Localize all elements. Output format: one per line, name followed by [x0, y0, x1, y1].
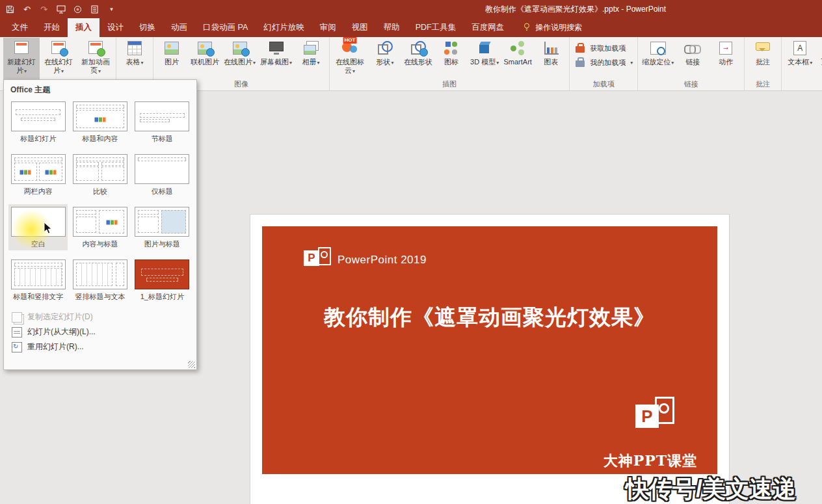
online-pictures-button[interactable]: 联机图片 — [189, 38, 221, 79]
layout-blank[interactable]: 空白 — [8, 204, 68, 250]
online-slide-button[interactable]: 在线幻灯片▾ — [40, 38, 77, 79]
layout-label: 标题和竖排文字 — [13, 292, 63, 302]
slide-canvas[interactable]: P PowerPoint 2019 教你制作《遮罩动画聚光灯效果》 P 大神PP… — [250, 215, 729, 504]
tab-transitions[interactable]: 切换 — [131, 18, 163, 37]
layout-label: 竖排标题与文本 — [75, 292, 125, 302]
table-button[interactable]: 表格▾ — [118, 38, 151, 79]
screenshot-button[interactable]: 屏幕截图▾ — [258, 38, 294, 79]
text-box-button[interactable]: 文本框▾ — [784, 38, 816, 79]
get-addins-button[interactable]: 获取加载项 — [574, 43, 633, 53]
thumb-placeholder — [14, 163, 37, 180]
layout-thumbnail — [73, 259, 127, 289]
tab-insert[interactable]: 插入 — [68, 18, 99, 37]
zoom-link-button[interactable]: 缩放定位▾ — [640, 38, 676, 79]
icons-button[interactable]: 图标 — [435, 38, 468, 79]
action-button[interactable]: 动作 — [709, 38, 742, 79]
layout-title-only[interactable]: 仅标题 — [133, 152, 192, 198]
layout-title-vertical-text[interactable]: 标题和竖排文字 — [8, 257, 68, 303]
save-icon[interactable] — [5, 5, 15, 14]
record-icon[interactable] — [73, 5, 83, 14]
layout-title-slide[interactable]: 标题幻灯片 — [8, 99, 68, 145]
photo-album-button[interactable]: 相册▾ — [295, 38, 327, 79]
tab-design[interactable]: 设计 — [99, 18, 131, 37]
panel-resize-grip[interactable] — [188, 361, 195, 368]
layout-thumbnail — [135, 101, 189, 131]
office-theme-layout-panel: Office 主题 标题幻灯片 标题和内容 — [3, 79, 197, 370]
redo-icon[interactable]: ↷ — [39, 5, 49, 14]
tab-slideshow[interactable]: 幻灯片放映 — [256, 18, 312, 37]
chart-button[interactable]: 图表 — [535, 38, 567, 79]
undo-icon[interactable]: ↶ — [22, 5, 32, 14]
layout-label: 标题幻灯片 — [20, 134, 56, 144]
menu-duplicate-selected-slides: 复制选定幻灯片(D) — [4, 310, 196, 325]
my-addins-icon — [574, 57, 586, 68]
online-shapes-button[interactable]: 在线形状 — [402, 38, 434, 79]
customize-quick-access-icon[interactable]: ▾ — [107, 5, 116, 14]
layout-label: 空白 — [31, 239, 46, 249]
button-label: 文本框 — [788, 58, 809, 66]
tab-pdf-tools[interactable]: PDF工具集 — [408, 18, 464, 37]
tab-help[interactable]: 帮助 — [376, 18, 408, 37]
button-label: 屏幕截图 — [260, 58, 289, 66]
content-icons — [106, 220, 117, 225]
menu-slides-from-outline[interactable]: 幻灯片(从大纲)(L)... — [4, 325, 196, 339]
button-label: 动作 — [719, 58, 733, 66]
layout-content-with-caption[interactable]: 内容与标题 — [70, 204, 129, 250]
button-label: 我的加载项 — [590, 58, 626, 68]
picture-icon — [163, 40, 181, 57]
3d-models-button[interactable]: 3D 模型▾ — [468, 38, 501, 79]
layout-thumbnail — [135, 207, 189, 237]
layout-vertical-title-and-text[interactable]: 竖排标题与文本 — [70, 257, 129, 303]
online-icon-cloud-button[interactable]: HOT 在线图标云▾ — [332, 38, 368, 79]
thumb-placeholder — [16, 109, 60, 115]
layout-thumbnail — [11, 101, 66, 131]
web-pictures-button[interactable]: 在线图片▾ — [222, 38, 258, 79]
tab-baidu-netdisk[interactable]: 百度网盘 — [464, 18, 512, 37]
header-footer-button[interactable]: 页眉和页脚 — [817, 38, 822, 79]
smartart-button[interactable]: SmartArt — [501, 38, 534, 79]
slideshow-icon[interactable] — [56, 5, 66, 14]
tell-me-search[interactable]: 操作说明搜索 — [522, 18, 582, 37]
tab-animations[interactable]: 动画 — [163, 18, 195, 37]
hot-badge: HOT — [343, 37, 357, 44]
my-addins-button[interactable]: 我的加载项 ▾ — [574, 57, 633, 68]
new-slide-button[interactable]: 新建幻灯片▾ — [3, 38, 40, 79]
thumb-picture-placeholder — [161, 210, 187, 233]
shapes-button[interactable]: 形状▾ — [369, 38, 401, 79]
tab-home[interactable]: 开始 — [36, 18, 68, 37]
layout-thumbnail — [135, 259, 189, 289]
tab-review[interactable]: 审阅 — [312, 18, 344, 37]
hyperlink-button[interactable]: 链接 — [676, 38, 709, 79]
tab-pocket-animation[interactable]: 口袋动画 PA — [195, 18, 256, 37]
layout-section-header[interactable]: 节标题 — [133, 99, 192, 145]
layout-label: 1_标题幻灯片 — [140, 292, 184, 302]
button-label: 批注 — [756, 58, 770, 66]
thumb-placeholder — [138, 210, 158, 215]
thumb-placeholder — [39, 163, 62, 180]
thumb-placeholder — [140, 119, 170, 122]
new-animation-page-button[interactable]: 新加动画页▾ — [77, 38, 114, 79]
slide[interactable]: P PowerPoint 2019 教你制作《遮罩动画聚光灯效果》 P 大神PP… — [262, 226, 717, 474]
layout-thumbnail — [73, 154, 127, 184]
chevron-down-icon: ▾ — [391, 60, 394, 66]
group-label: 批注 — [747, 79, 779, 90]
layout-two-content[interactable]: 两栏内容 — [8, 152, 68, 198]
comment-button[interactable]: 批注 — [747, 38, 779, 79]
slide-title: 教你制作《遮罩动画聚光灯效果》 — [262, 303, 717, 332]
tab-view[interactable]: 视图 — [344, 18, 376, 37]
tab-file[interactable]: 文件 — [4, 18, 36, 37]
button-label: 图标 — [444, 58, 458, 66]
picture-button[interactable]: 图片 — [155, 38, 188, 79]
menu-reuse-slides[interactable]: 重用幻灯片(R)... — [4, 339, 196, 354]
menu-item-label: 复制选定幻灯片(D) — [27, 312, 93, 323]
button-label: 在线图片 — [224, 58, 252, 66]
layout-title-and-content[interactable]: 标题和内容 — [70, 99, 129, 145]
animation-page-icon — [86, 40, 105, 57]
new-document-icon[interactable] — [90, 5, 99, 14]
globe-dot-icon — [241, 48, 250, 57]
thumb-placeholder — [21, 118, 55, 121]
layout-custom-title-slide[interactable]: 1_标题幻灯片 — [133, 257, 192, 303]
layout-label: 比较 — [93, 187, 107, 196]
layout-picture-with-caption[interactable]: 图片与标题 — [133, 204, 192, 250]
layout-comparison[interactable]: 比较 — [70, 152, 129, 198]
